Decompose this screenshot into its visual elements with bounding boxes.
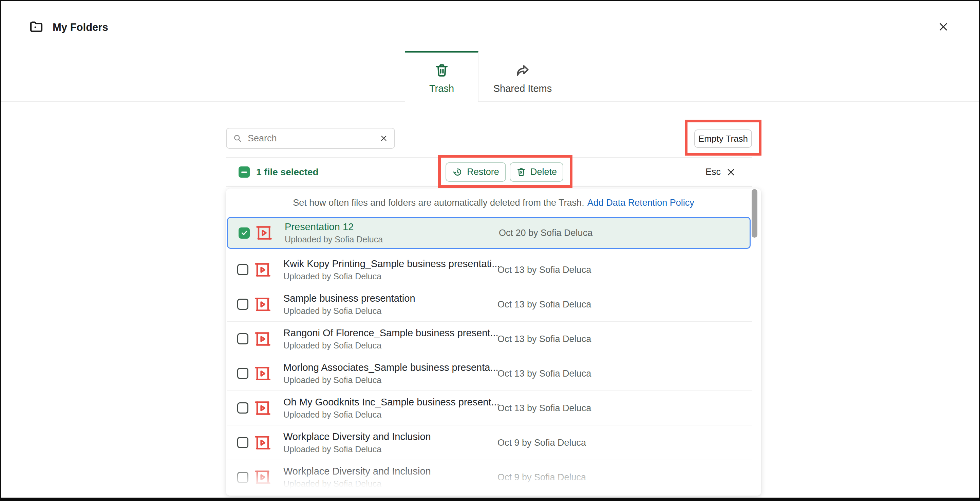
- restore-button[interactable]: Restore: [445, 162, 506, 182]
- presentation-file-icon: [254, 434, 272, 452]
- table-row[interactable]: Presentation 12 Uploaded by Sofia Deluca…: [227, 217, 751, 249]
- presentation-file-icon: [254, 468, 272, 486]
- file-name: Morlong Associates_Sample business prese…: [283, 362, 498, 373]
- retention-text: Set how often files and folders are auto…: [293, 198, 584, 208]
- close-selection-icon[interactable]: [726, 167, 736, 177]
- search-clear-icon[interactable]: [379, 134, 388, 143]
- file-name: Workplace Diversity and Inclusion: [283, 466, 431, 477]
- restore-label: Restore: [467, 167, 499, 177]
- tab-shared-items-label: Shared Items: [493, 83, 552, 94]
- row-checkbox[interactable]: [237, 472, 248, 483]
- selection-status: 1 file selected: [256, 167, 319, 178]
- search-input[interactable]: [247, 133, 379, 144]
- select-all-checkbox[interactable]: [239, 166, 250, 178]
- file-date: Oct 9 by Sofia Deluca: [498, 437, 586, 448]
- page-title: My Folders: [52, 21, 108, 33]
- search-icon: [233, 133, 242, 143]
- my-folders-dialog: My Folders Trash Shared Items: [0, 0, 980, 501]
- trash-list-panel: Set how often files and folders are auto…: [226, 189, 761, 496]
- file-date: Oct 13 by Sofia Deluca: [498, 333, 591, 344]
- file-name: Oh My Goodknits Inc_Sample business pres…: [283, 396, 500, 408]
- check-icon: [240, 229, 248, 237]
- tabs-divider: [1, 101, 979, 102]
- row-checkbox[interactable]: [237, 333, 248, 344]
- file-meta: Rangoni Of Florence_Sample business pres…: [283, 327, 498, 350]
- file-date: Oct 20 by Sofia Deluca: [499, 228, 592, 238]
- file-name: Kwik Kopy Printing_Sample business prese…: [283, 258, 500, 270]
- row-checkbox[interactable]: [237, 299, 248, 310]
- restore-icon: [452, 167, 463, 177]
- delete-label: Delete: [530, 167, 557, 177]
- folder-icon: [29, 19, 44, 34]
- file-meta: Kwik Kopy Printing_Sample business prese…: [283, 258, 500, 281]
- row-checkbox[interactable]: [239, 227, 250, 239]
- delete-button[interactable]: Delete: [510, 162, 563, 182]
- file-name: Presentation 12: [285, 221, 383, 233]
- file-uploader: Uploaded by Sofia Deluca: [283, 306, 415, 316]
- retention-banner: Set how often files and folders are auto…: [226, 189, 761, 217]
- tab-trash-label: Trash: [429, 83, 454, 94]
- presentation-file-icon: [255, 224, 273, 242]
- row-checkbox[interactable]: [237, 403, 248, 414]
- row-checkbox[interactable]: [237, 264, 248, 275]
- file-meta: Morlong Associates_Sample business prese…: [283, 362, 498, 385]
- file-name: Sample business presentation: [283, 293, 415, 304]
- file-date: Oct 13 by Sofia Deluca: [498, 368, 591, 379]
- file-uploader: Uploaded by Sofia Deluca: [283, 479, 431, 489]
- file-uploader: Uploaded by Sofia Deluca: [283, 444, 431, 454]
- presentation-file-icon: [254, 399, 272, 417]
- trash-icon: [434, 63, 450, 78]
- file-meta: Workplace Diversity and Inclusion Upload…: [283, 431, 431, 454]
- file-uploader: Uploaded by Sofia Deluca: [283, 375, 498, 385]
- file-uploader: Uploaded by Sofia Deluca: [285, 235, 383, 244]
- dialog-header: My Folders: [1, 1, 979, 51]
- delete-trash-icon: [516, 167, 526, 177]
- selection-actions: Restore Delete: [445, 162, 563, 182]
- file-meta: Oh My Goodknits Inc_Sample business pres…: [283, 396, 500, 420]
- file-name: Workplace Diversity and Inclusion: [283, 431, 431, 442]
- file-meta: Workplace Diversity and Inclusion Upload…: [283, 466, 431, 489]
- file-date: Oct 13 by Sofia Deluca: [498, 299, 591, 309]
- scrollbar-thumb[interactable]: [752, 189, 757, 238]
- tab-shared-items[interactable]: Shared Items: [479, 51, 567, 101]
- file-uploader: Uploaded by Sofia Deluca: [283, 410, 500, 420]
- table-row[interactable]: Morlong Associates_Sample business prese…: [227, 356, 752, 391]
- table-row[interactable]: Oh My Goodknits Inc_Sample business pres…: [227, 391, 752, 425]
- share-icon: [515, 63, 530, 78]
- file-uploader: Uploaded by Sofia Deluca: [283, 341, 498, 350]
- tab-trash[interactable]: Trash: [405, 51, 479, 102]
- presentation-file-icon: [254, 261, 272, 279]
- row-checkbox[interactable]: [237, 437, 248, 448]
- table-row[interactable]: Rangoni Of Florence_Sample business pres…: [227, 322, 752, 356]
- esc-label: Esc: [705, 167, 721, 177]
- table-row[interactable]: Kwik Kopy Printing_Sample business prese…: [227, 252, 752, 287]
- table-row[interactable]: Sample business presentation Uploaded by…: [227, 287, 752, 322]
- file-meta: Presentation 12 Uploaded by Sofia Deluca: [285, 221, 383, 244]
- file-date: Oct 13 by Sofia Deluca: [498, 265, 591, 275]
- file-date: Oct 13 by Sofia Deluca: [498, 403, 591, 413]
- table-row[interactable]: Workplace Diversity and Inclusion Upload…: [227, 425, 752, 460]
- presentation-file-icon: [254, 365, 272, 382]
- add-retention-policy-link[interactable]: Add Data Retention Policy: [587, 198, 694, 208]
- file-name: Rangoni Of Florence_Sample business pres…: [283, 327, 498, 339]
- presentation-file-icon: [254, 330, 272, 348]
- presentation-file-icon: [254, 296, 272, 313]
- file-date: Oct 9 by Sofia Deluca: [498, 472, 586, 483]
- empty-trash-button[interactable]: Empty Trash: [694, 130, 752, 148]
- row-checkbox[interactable]: [237, 368, 248, 379]
- file-meta: Sample business presentation Uploaded by…: [283, 293, 415, 316]
- close-icon[interactable]: [938, 20, 951, 33]
- search-box: [226, 128, 395, 149]
- indeterminate-mark: [241, 171, 247, 173]
- file-uploader: Uploaded by Sofia Deluca: [283, 271, 500, 281]
- table-row[interactable]: Workplace Diversity and Inclusion Upload…: [227, 460, 752, 495]
- escape-group: Esc: [705, 158, 736, 186]
